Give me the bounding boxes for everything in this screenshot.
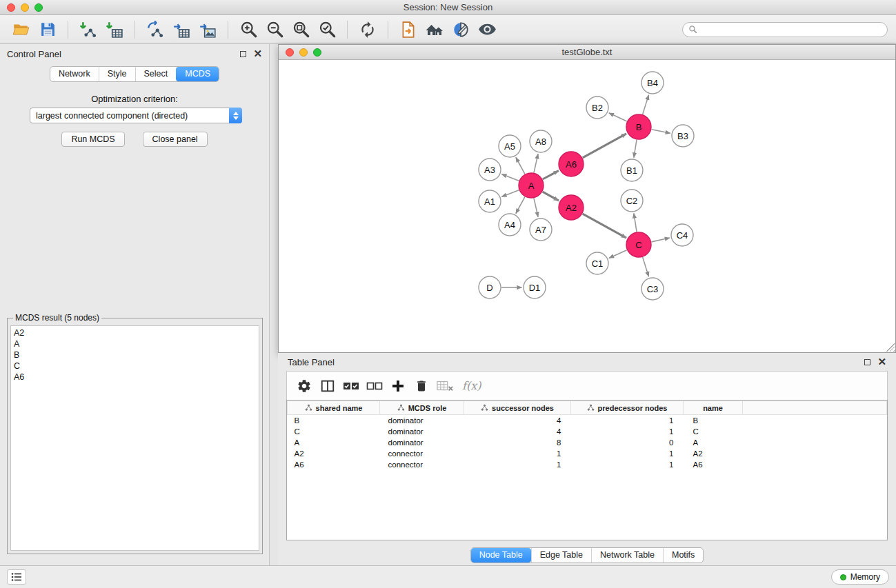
graph-edge[interactable] [634, 140, 637, 158]
show-columns-button[interactable] [317, 376, 338, 396]
graph-edge[interactable] [643, 95, 649, 114]
graph-edge[interactable] [643, 257, 649, 276]
network-file-button[interactable] [398, 19, 419, 40]
table-cell[interactable]: 1 [464, 459, 571, 470]
tab-style[interactable]: Style [99, 67, 135, 81]
close-table-panel-icon[interactable]: ✕ [877, 358, 886, 365]
zoom-fit-button[interactable] [290, 19, 311, 40]
table-row[interactable]: A2connector11A2 [288, 448, 887, 459]
tab-mcds[interactable]: MCDS [176, 67, 219, 81]
table-row[interactable]: Cdominator41C [288, 426, 887, 437]
table-row[interactable]: A6connector11A6 [288, 459, 887, 470]
add-column-button[interactable] [388, 376, 408, 396]
table-cell[interactable]: 1 [571, 459, 684, 470]
apply-style-button[interactable] [450, 19, 471, 40]
zoom-window-icon[interactable] [34, 3, 43, 12]
function-builder-button[interactable]: f(x) [462, 379, 481, 392]
graph-edge[interactable] [634, 213, 637, 232]
zoom-selected-button[interactable] [317, 19, 337, 40]
table-cell[interactable]: A2 [288, 448, 380, 459]
column-header-mcds-role[interactable]: MCDS role [380, 401, 464, 415]
apply-layout-button[interactable] [357, 19, 378, 40]
column-header-successor-nodes[interactable]: successor nodes [464, 401, 571, 415]
tab-network[interactable]: Network [50, 67, 99, 81]
minimize-window-icon[interactable] [21, 3, 29, 12]
float-table-panel-icon[interactable] [864, 359, 870, 365]
table-cell[interactable]: 4 [464, 415, 571, 426]
network-canvas[interactable]: B4B2BB3A5A8A6A3B1AA1C2A2A4A7C4CC1C3DD1 [279, 60, 895, 352]
table-cell[interactable]: 0 [571, 437, 684, 448]
mcds-result-item[interactable]: B [14, 349, 256, 361]
table-cell[interactable]: 1 [571, 415, 684, 426]
search-field[interactable] [682, 22, 888, 37]
table-cell[interactable]: B [684, 415, 743, 426]
graph-edge[interactable] [534, 199, 538, 217]
table-cell[interactable]: dominator [380, 437, 464, 448]
table-cell[interactable]: 1 [464, 448, 571, 459]
table-cell[interactable]: dominator [380, 426, 464, 437]
table-cell[interactable]: 8 [464, 437, 571, 448]
mcds-result-item[interactable]: C [14, 361, 256, 372]
table-cell[interactable]: C [684, 426, 743, 437]
search-input[interactable] [701, 25, 882, 34]
table-cell[interactable]: B [288, 415, 380, 426]
graph-edge[interactable] [501, 190, 519, 197]
zoom-in-button[interactable] [238, 19, 259, 40]
graph-edge[interactable] [516, 157, 525, 174]
table-cell[interactable]: 4 [464, 426, 571, 437]
close-window-icon[interactable] [7, 3, 15, 12]
graph-edge[interactable] [501, 174, 519, 181]
tab-node-table[interactable]: Node Table [471, 548, 531, 562]
graph-edge[interactable] [652, 130, 670, 134]
table-cell[interactable]: A2 [684, 448, 743, 459]
graph-edge[interactable] [516, 197, 525, 214]
graph-edge[interactable] [609, 250, 627, 258]
close-panel-icon[interactable]: ✕ [253, 50, 262, 57]
dropdown-stepper-icon[interactable] [229, 108, 242, 123]
home-overview-button[interactable] [424, 19, 445, 40]
export-network-button[interactable] [145, 19, 166, 40]
node-table-container[interactable]: shared name MCDS role successor nodes pr… [286, 400, 888, 540]
mcds-result-item[interactable]: A [14, 338, 256, 349]
tab-edge-table[interactable]: Edge Table [531, 548, 591, 562]
graph-edge[interactable] [583, 214, 626, 238]
deselect-all-rows-button[interactable] [364, 376, 385, 396]
export-image-button[interactable] [197, 19, 218, 40]
open-session-button[interactable] [11, 19, 32, 40]
show-hide-button[interactable] [477, 19, 497, 40]
run-mcds-button[interactable]: Run MCDS [61, 132, 124, 147]
save-session-button[interactable] [37, 19, 58, 40]
table-cell[interactable]: A6 [288, 459, 380, 470]
column-header-shared-name[interactable]: shared name [288, 401, 380, 415]
mcds-result-item[interactable]: A6 [14, 372, 256, 383]
select-all-rows-button[interactable] [341, 376, 361, 396]
window-resize-handle[interactable] [886, 343, 895, 352]
table-cell[interactable]: A [288, 437, 380, 448]
float-panel-icon[interactable] [240, 51, 246, 57]
tab-select[interactable]: Select [135, 67, 177, 81]
zoom-out-button[interactable] [264, 19, 285, 40]
close-panel-button[interactable]: Close panel [143, 132, 208, 147]
delete-table-button[interactable] [435, 376, 455, 396]
table-cell[interactable]: A6 [684, 459, 743, 470]
table-cell[interactable]: C [288, 426, 380, 437]
graph-edge[interactable] [534, 154, 538, 172]
export-table-button[interactable] [171, 19, 192, 40]
table-row[interactable]: Bdominator41B [288, 415, 887, 426]
table-cell[interactable]: dominator [380, 415, 464, 426]
table-row[interactable]: Adominator80A [288, 437, 887, 448]
task-history-button[interactable] [7, 569, 26, 585]
tab-motifs[interactable]: Motifs [663, 548, 703, 562]
graph-edge[interactable] [609, 113, 627, 121]
graph-edge[interactable] [652, 238, 670, 242]
table-cell[interactable]: 1 [571, 426, 684, 437]
graph-edge[interactable] [543, 171, 559, 179]
graph-edge[interactable] [583, 134, 626, 158]
column-header-name[interactable]: name [684, 401, 743, 415]
import-table-button[interactable] [104, 19, 125, 40]
import-network-button[interactable] [78, 19, 99, 40]
criterion-dropdown[interactable]: largest connected component (directed) [30, 108, 242, 123]
delete-column-button[interactable] [411, 376, 432, 396]
table-settings-button[interactable] [294, 376, 315, 396]
table-cell[interactable]: A [684, 437, 743, 448]
